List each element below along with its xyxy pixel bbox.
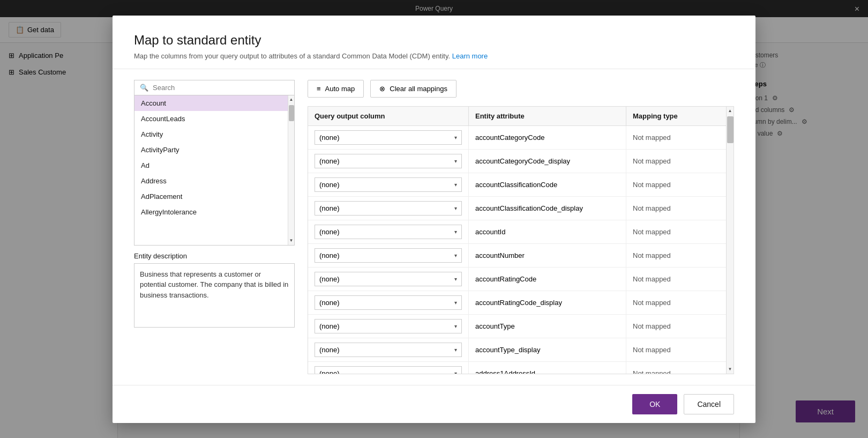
query-output-dropdown-4[interactable]: (none) ▾ [315, 201, 462, 216]
map-entity-dialog: Map to standard entity Map the columns f… [113, 16, 755, 423]
search-icon: 🔍 [140, 84, 148, 92]
entity-attr-10: accountType_display [469, 338, 626, 361]
right-panel: ≡ Auto map ⊗ Clear all mappings Query ou… [308, 80, 734, 374]
clear-icon: ⊗ [379, 85, 385, 93]
header-entity-attribute: Entity attribute [469, 107, 626, 125]
chevron-down-icon: ▾ [454, 229, 457, 235]
query-output-dropdown-3[interactable]: (none) ▾ [315, 177, 462, 192]
table-row: (none) ▾ accountType_display Not mapped [308, 338, 734, 362]
auto-map-button[interactable]: ≡ Auto map [308, 80, 364, 98]
query-output-dropdown-10[interactable]: (none) ▾ [315, 343, 462, 357]
search-input[interactable] [153, 84, 289, 92]
dialog-header: Map to standard entity Map the columns f… [113, 16, 755, 69]
table-row: (none) ▾ address1AddressId Not mapped [308, 362, 734, 374]
search-box: 🔍 [134, 80, 295, 95]
query-output-dropdown-5[interactable]: (none) ▾ [315, 225, 462, 239]
entity-item-activityparty[interactable]: ActivityParty [134, 142, 288, 158]
query-output-dropdown-6[interactable]: (none) ▾ [315, 248, 462, 263]
entity-item-address[interactable]: Address [134, 173, 288, 189]
dialog-subtitle: Map the columns from your query output t… [134, 52, 734, 60]
query-output-dropdown-2[interactable]: (none) ▾ [315, 154, 462, 168]
dialog-footer: OK Cancel [113, 385, 755, 423]
entity-attr-1: accountCategoryCode [469, 126, 626, 149]
chevron-down-icon: ▾ [454, 135, 457, 140]
query-output-dropdown-9[interactable]: (none) ▾ [315, 319, 462, 333]
mapping-scroll-up[interactable]: ▲ [727, 107, 734, 115]
table-row: (none) ▾ accountCategoryCode Not mapped [308, 126, 734, 150]
cancel-button[interactable]: Cancel [684, 394, 734, 414]
chevron-down-icon: ▾ [454, 158, 457, 164]
entity-item-allergyintolerance[interactable]: AllergyIntolerance [134, 204, 288, 220]
clear-all-label: Clear all mappings [390, 85, 447, 93]
table-row: (none) ▾ accountType Not mapped [308, 315, 734, 338]
scroll-up-arrow[interactable]: ▲ [288, 95, 295, 104]
entity-attr-5: accountId [469, 220, 626, 243]
entity-item-adplacement[interactable]: AdPlacement [134, 189, 288, 204]
auto-map-label: Auto map [325, 85, 355, 93]
chevron-down-icon: ▾ [454, 205, 457, 211]
chevron-down-icon: ▾ [454, 370, 457, 374]
header-mapping-type: Mapping type [626, 107, 734, 125]
mapping-table: Query output column Entity attribute Map… [308, 106, 734, 374]
auto-map-icon: ≡ [317, 85, 321, 93]
table-row: (none) ▾ accountId Not mapped [308, 220, 734, 244]
entity-item-activity[interactable]: Activity [134, 127, 288, 142]
entity-description-box: Business that represents a customer or p… [134, 263, 295, 328]
table-row: (none) ▾ accountRatingCode Not mapped [308, 268, 734, 291]
entity-attr-7: accountRatingCode [469, 268, 626, 291]
chevron-down-icon: ▾ [454, 182, 457, 188]
query-output-dropdown-11[interactable]: (none) ▾ [315, 366, 462, 374]
entity-list: Account AccountLeads Activity ActivityPa… [134, 95, 295, 246]
entity-attr-2: accountCategoryCode_display [469, 150, 626, 173]
chevron-down-icon: ▾ [454, 347, 457, 353]
table-row: (none) ▾ accountClassificationCode_displ… [308, 197, 734, 220]
left-panel: 🔍 Account AccountLeads Activity [134, 80, 295, 374]
dialog-title: Map to standard entity [134, 33, 734, 48]
query-output-dropdown-1[interactable]: (none) ▾ [315, 130, 462, 145]
table-row: (none) ▾ accountNumber Not mapped [308, 244, 734, 268]
entity-description-label: Entity description [134, 252, 295, 260]
header-query-output: Query output column [308, 107, 469, 125]
clear-all-button[interactable]: ⊗ Clear all mappings [370, 80, 457, 98]
ok-button[interactable]: OK [632, 394, 677, 414]
chevron-down-icon: ▾ [454, 276, 457, 282]
scroll-down-arrow[interactable]: ▼ [288, 236, 295, 245]
entity-item-accountleads[interactable]: AccountLeads [134, 111, 288, 127]
scroll-thumb [289, 105, 294, 121]
entity-attr-8: accountRatingCode_display [469, 291, 626, 314]
mapping-table-body: (none) ▾ accountCategoryCode Not mapped [308, 126, 734, 374]
table-row: (none) ▾ accountCategoryCode_display Not… [308, 150, 734, 173]
mapping-table-scrollbar: ▲ ▼ [726, 107, 734, 374]
mapping-scroll-thumb [727, 116, 734, 143]
chevron-down-icon: ▾ [454, 323, 457, 329]
entity-attr-11: address1AddressId [469, 362, 626, 374]
query-output-dropdown-7[interactable]: (none) ▾ [315, 272, 462, 286]
modal-overlay: Map to standard entity Map the columns f… [0, 0, 868, 438]
chevron-down-icon: ▾ [454, 253, 457, 258]
mapping-toolbar: ≡ Auto map ⊗ Clear all mappings [308, 80, 734, 98]
entity-list-scrollbar: ▲ ▼ [288, 95, 294, 245]
dialog-body: 🔍 Account AccountLeads Activity [113, 69, 755, 385]
mapping-table-header: Query output column Entity attribute Map… [308, 107, 734, 126]
table-row: (none) ▾ accountRatingCode_display Not m… [308, 291, 734, 315]
entity-attr-6: accountNumber [469, 244, 626, 267]
mapping-scroll-down[interactable]: ▼ [727, 365, 734, 374]
entity-attr-9: accountType [469, 315, 626, 338]
table-row: (none) ▾ accountClassificationCode Not m… [308, 173, 734, 197]
entity-description-section: Entity description Business that represe… [134, 252, 295, 328]
query-output-dropdown-8[interactable]: (none) ▾ [315, 295, 462, 310]
entity-attr-3: accountClassificationCode [469, 173, 626, 196]
learn-more-link[interactable]: Learn more [452, 52, 488, 60]
chevron-down-icon: ▾ [454, 300, 457, 306]
entity-item-ad[interactable]: Ad [134, 158, 288, 173]
entity-item-account[interactable]: Account [134, 95, 288, 111]
entity-attr-4: accountClassificationCode_display [469, 197, 626, 220]
